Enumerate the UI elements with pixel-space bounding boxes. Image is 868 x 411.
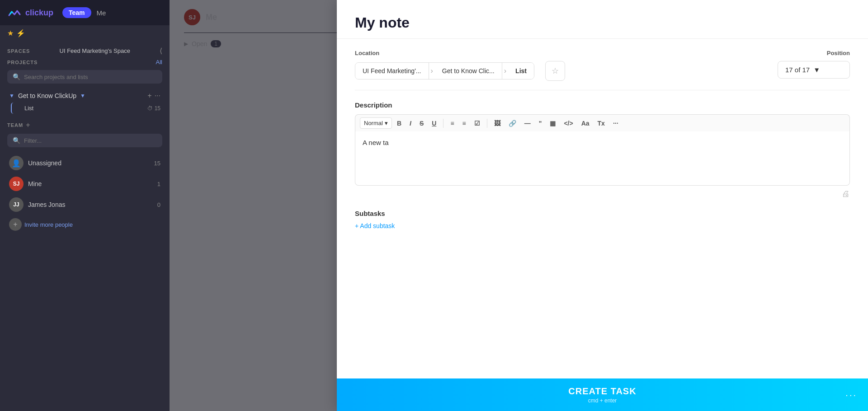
- divider: [355, 90, 850, 90]
- description-label: Description: [355, 101, 850, 109]
- breadcrumb-list[interactable]: List: [508, 63, 534, 79]
- position-chevron-icon: ▼: [813, 66, 820, 74]
- filter-search-icon: 🔍: [13, 137, 20, 144]
- location-label: Location: [355, 50, 778, 56]
- clear-formatting-button[interactable]: Tx: [594, 118, 608, 129]
- ordered-list-button[interactable]: ≡: [447, 118, 457, 129]
- add-team-button[interactable]: +: [26, 121, 30, 129]
- spaces-header: SPACES UI Feed Marketing's Space ⟨: [0, 41, 170, 59]
- team-badge[interactable]: Team: [62, 7, 91, 18]
- mine-member-name: Mine: [28, 180, 42, 187]
- create-task-center: CREATE TASK cmd + enter: [568, 386, 636, 404]
- breadcrumb-arrow-1: ›: [429, 67, 435, 75]
- editor-toolbar: Normal ▾ B I S U ≡ ≡ ☑ 🖼 🔗 — " ▦ </> Aa …: [355, 114, 850, 131]
- create-task-button[interactable]: CREATE TASK: [568, 386, 636, 397]
- top-nav: clickup Team Me: [0, 0, 170, 25]
- clickup-logo-icon: [7, 5, 22, 20]
- image-button[interactable]: 🖼: [491, 118, 504, 129]
- list-item[interactable]: List ⏱ 15: [11, 103, 162, 114]
- breadcrumb-space[interactable]: UI Feed Marketing'...: [355, 63, 429, 79]
- unordered-list-button[interactable]: ≡: [459, 118, 469, 129]
- me-nav-label[interactable]: Me: [97, 9, 106, 17]
- star-icon: ★: [7, 29, 14, 37]
- checklist-button[interactable]: ☑: [471, 118, 483, 129]
- toolbar-divider-2: [487, 119, 487, 128]
- list-name: List: [24, 105, 33, 112]
- toolbar-divider-1: [443, 119, 443, 128]
- project-expand-icon: ▼: [9, 93, 14, 99]
- team-label: TEAM: [7, 122, 23, 128]
- space-name: UI Feed Marketing's Space: [60, 47, 130, 54]
- projects-header: PROJECTS All: [7, 59, 162, 65]
- location-position-row: Location UI Feed Marketing'... › Get to …: [355, 50, 850, 81]
- editor-footer: 🖨: [355, 189, 850, 199]
- format-clear-button[interactable]: Aa: [578, 118, 593, 129]
- more-options-button[interactable]: ···: [845, 390, 857, 400]
- main-area: ✕ ▶ SJ Me ▶ Open 1 My note Location: [170, 0, 868, 411]
- strikethrough-button[interactable]: S: [416, 118, 427, 129]
- print-icon[interactable]: 🖨: [842, 189, 850, 199]
- mine-avatar: SJ: [9, 177, 24, 191]
- all-projects-link[interactable]: All: [156, 59, 162, 65]
- unassigned-avatar: 👤: [9, 156, 24, 170]
- editor-area[interactable]: A new ta: [355, 131, 850, 186]
- underline-button[interactable]: U: [429, 118, 439, 129]
- james-count: 0: [157, 201, 160, 208]
- logo-area: clickup: [7, 5, 53, 20]
- mine-count: 1: [157, 181, 160, 187]
- chevron-down-icon: ▼: [80, 93, 85, 99]
- code-button[interactable]: </>: [561, 118, 576, 129]
- james-member-name: James Jonas: [28, 201, 65, 208]
- note-panel: My note Location UI Feed Marketing'... ›…: [337, 0, 868, 411]
- collapse-icon[interactable]: ⟨: [160, 47, 162, 55]
- mine-member-item[interactable]: SJ Mine 1: [7, 173, 162, 194]
- table-button[interactable]: ▦: [547, 118, 559, 129]
- position-label: Position: [778, 50, 850, 56]
- breadcrumb-list-parent[interactable]: Get to Know Clic...: [435, 63, 502, 79]
- subtasks-label: Subtasks: [355, 210, 850, 217]
- unassigned-member-name: Unassigned: [28, 159, 61, 167]
- projects-label: PROJECTS: [7, 60, 38, 65]
- james-member-item[interactable]: JJ James Jonas 0: [7, 194, 162, 215]
- favorite-button[interactable]: ☆: [545, 61, 565, 81]
- position-select[interactable]: 17 of 17 ▼: [778, 61, 850, 79]
- breadcrumb-arrow-2: ›: [502, 67, 508, 75]
- more-toolbar-button[interactable]: ···: [610, 118, 622, 129]
- james-avatar: JJ: [9, 197, 24, 212]
- logo-text: clickup: [25, 8, 53, 18]
- italic-button[interactable]: I: [406, 118, 415, 129]
- panel-title: My note: [355, 14, 850, 31]
- team-filter-input[interactable]: [24, 137, 157, 144]
- projects-section: PROJECTS All 🔍 ▼ Get to Know ClickUp ▼ +…: [0, 59, 170, 114]
- panel-header: My note: [337, 0, 868, 39]
- unassigned-count: 15: [154, 160, 160, 167]
- position-block: Position 17 of 17 ▼: [778, 50, 850, 79]
- format-chevron-icon: ▾: [385, 120, 388, 126]
- project-item[interactable]: ▼ Get to Know ClickUp ▼ + ···: [7, 89, 162, 103]
- location-block: Location UI Feed Marketing'... › Get to …: [355, 50, 778, 81]
- add-subtask-button[interactable]: + Add subtask: [355, 222, 395, 229]
- hr-button[interactable]: —: [521, 118, 534, 129]
- project-name: Get to Know ClickUp: [18, 92, 76, 99]
- create-task-shortcut: cmd + enter: [588, 397, 617, 404]
- sidebar: clickup Team Me ★ ⚡ SPACES UI Feed Marke…: [0, 0, 170, 411]
- position-value: 17 of 17: [785, 66, 810, 74]
- more-project-icon[interactable]: ···: [155, 92, 160, 100]
- link-button[interactable]: 🔗: [505, 118, 519, 129]
- unassigned-member-item[interactable]: 👤 Unassigned 15: [7, 153, 162, 173]
- quote-button[interactable]: ": [536, 118, 545, 129]
- team-section: TEAM + 🔍 👤 Unassigned 15 SJ Mine 1: [0, 114, 170, 238]
- filter-input-wrap: 🔍: [7, 134, 162, 147]
- invite-people-link[interactable]: + Invite more people: [7, 215, 162, 234]
- search-icon: 🔍: [13, 73, 20, 80]
- invite-plus-icon: +: [9, 218, 22, 231]
- add-project-icon[interactable]: +: [147, 92, 151, 100]
- project-search-input[interactable]: [24, 74, 157, 80]
- bolt-icon: ⚡: [16, 29, 25, 37]
- invite-label: Invite more people: [24, 221, 73, 228]
- format-select-value: Normal: [364, 120, 383, 126]
- bold-button[interactable]: B: [394, 118, 405, 129]
- format-select[interactable]: Normal ▾: [360, 117, 392, 129]
- project-search-wrap: 🔍: [7, 70, 162, 84]
- panel-body: Location UI Feed Marketing'... › Get to …: [337, 39, 868, 378]
